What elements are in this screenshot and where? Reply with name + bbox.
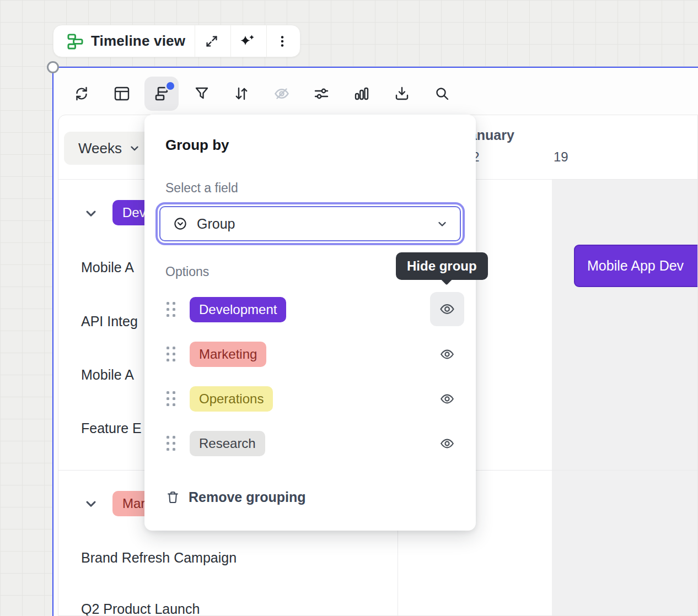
- option-row-marketing: Marketing: [144, 332, 476, 376]
- option-badge: Research: [190, 431, 265, 456]
- download-icon[interactable]: [390, 82, 414, 106]
- divider: [266, 25, 267, 57]
- field-section-label: Select a field: [165, 181, 238, 196]
- divider: [230, 25, 231, 57]
- zoom-level-label: Weeks: [78, 140, 122, 157]
- hide-group-eye-button[interactable]: [439, 391, 455, 407]
- hide-group-eye-button[interactable]: [439, 346, 455, 363]
- widget-header: Timeline view: [53, 25, 300, 57]
- option-badge: Operations: [190, 386, 273, 412]
- task-row-label[interactable]: Q2 Product Launch: [81, 601, 200, 616]
- option-row-development: Development: [144, 287, 476, 332]
- table-layout-icon[interactable]: [110, 82, 134, 106]
- task-row-label[interactable]: Mobile A: [81, 260, 134, 275]
- group-by-popup: Group by Select a field Group Options De…: [144, 115, 476, 531]
- sparkle-icon[interactable]: [229, 25, 265, 57]
- hide-group-eye-button[interactable]: [439, 435, 455, 452]
- widget-title: Timeline view: [91, 33, 185, 50]
- hide-group-tooltip: Hide group: [396, 252, 488, 280]
- remove-grouping-button[interactable]: Remove grouping: [165, 489, 306, 505]
- collapse-group-chevron[interactable]: [83, 206, 99, 221]
- selection-border-top: [53, 67, 698, 68]
- selection-border-left: [52, 67, 53, 616]
- widget-title-button[interactable]: Timeline view: [53, 33, 194, 50]
- timeline-view-icon: [67, 33, 84, 50]
- remove-grouping-label: Remove grouping: [189, 489, 306, 505]
- selected-field-value: Group: [197, 216, 235, 232]
- hide-fields-icon[interactable]: [270, 82, 294, 106]
- option-row-research: Research: [144, 421, 476, 466]
- hide-group-eye-button[interactable]: [430, 292, 464, 326]
- canvas: Timeline view: [0, 0, 698, 616]
- option-badge: Development: [190, 297, 286, 322]
- option-badge: Marketing: [190, 342, 266, 367]
- chevron-down-icon: [128, 142, 141, 154]
- selection-resize-handle[interactable]: [47, 61, 59, 73]
- circle-chevron-icon: [173, 216, 188, 231]
- chart-icon[interactable]: [350, 82, 374, 106]
- popup-title: Group by: [165, 137, 229, 154]
- collapse-group-chevron[interactable]: [83, 496, 99, 511]
- sync-icon[interactable]: [69, 82, 94, 106]
- divider: [195, 25, 195, 57]
- trash-icon: [165, 490, 180, 505]
- drag-handle-icon[interactable]: [167, 347, 175, 361]
- drag-handle-icon[interactable]: [167, 436, 175, 451]
- zoom-level-dropdown[interactable]: Weeks: [64, 132, 152, 165]
- tooltip-text: Hide group: [407, 258, 477, 274]
- search-icon[interactable]: [430, 82, 454, 106]
- filter-icon[interactable]: [190, 82, 214, 106]
- kebab-menu-icon[interactable]: [265, 25, 300, 57]
- task-row-label[interactable]: Feature E: [81, 420, 142, 436]
- expand-icon[interactable]: [194, 25, 229, 57]
- tooltip-caret: [441, 273, 453, 285]
- group-field-select[interactable]: Group: [159, 206, 461, 241]
- option-row-operations: Operations: [144, 376, 476, 421]
- gantt-bar-mobile-app-dev[interactable]: Mobile App Dev: [574, 245, 698, 287]
- task-row-label[interactable]: Brand Refresh Campaign: [81, 550, 237, 566]
- task-row-label[interactable]: API Integ: [81, 314, 138, 329]
- group-active-dot: [165, 80, 176, 91]
- gantt-bar-label: Mobile App Dev: [587, 258, 684, 274]
- chevron-down-icon: [436, 217, 449, 230]
- task-row-label[interactable]: Mobile A: [81, 367, 134, 383]
- date-tick: 19: [554, 149, 568, 165]
- drag-handle-icon[interactable]: [167, 391, 175, 406]
- adjust-icon[interactable]: [309, 82, 334, 106]
- options-section-label: Options: [165, 264, 209, 279]
- drag-handle-icon[interactable]: [167, 302, 175, 317]
- sort-icon[interactable]: [229, 82, 254, 106]
